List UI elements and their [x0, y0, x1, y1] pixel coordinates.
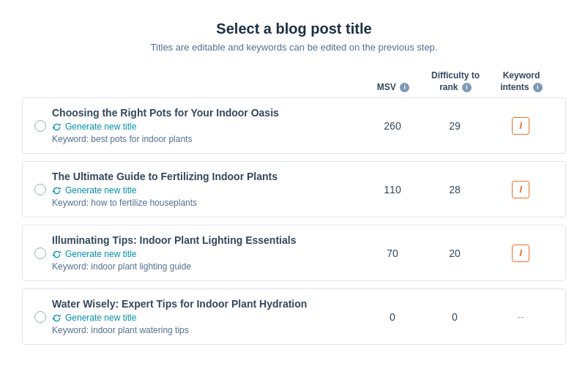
content-col: The Ultimate Guide to Fertilizing Indoor…: [52, 171, 363, 208]
blog-row-row-4: Water Wisely: Expert Tips for Indoor Pla…: [22, 288, 566, 345]
msv-value: 0: [363, 311, 422, 323]
content-col: Illuminating Tips: Indoor Plant Lighting…: [52, 234, 363, 272]
generate-new-title-link[interactable]: Generate new title: [52, 313, 136, 323]
dash-indicator: --: [517, 311, 524, 323]
msv-value: 260: [363, 120, 422, 132]
header-msv: MSV i: [364, 82, 423, 94]
generate-label: Generate new title: [65, 249, 136, 259]
generate-label: Generate new title: [65, 122, 136, 132]
difficulty-value: 0: [422, 311, 488, 323]
blog-row-row-1: Choosing the Right Pots for Your Indoor …: [22, 97, 566, 154]
intent-badge: I: [512, 117, 529, 135]
page-title: Select a blog post title: [22, 20, 566, 37]
difficulty-value: 28: [422, 184, 488, 195]
keyword-intents-value: I: [488, 181, 554, 198]
header-keyword-intents: Keyword intents i: [488, 70, 554, 93]
content-col: Water Wisely: Expert Tips for Indoor Pla…: [52, 298, 363, 335]
rows-container: Choosing the Right Pots for Your Indoor …: [22, 97, 566, 345]
blog-post-title: Illuminating Tips: Indoor Plant Lighting…: [52, 234, 356, 246]
intent-badge: I: [512, 245, 529, 262]
radio-button[interactable]: [34, 120, 46, 132]
refresh-icon: [52, 122, 62, 132]
radio-button[interactable]: [34, 184, 46, 195]
content-col: Choosing the Right Pots for Your Indoor …: [52, 107, 363, 144]
refresh-icon: [52, 186, 62, 195]
keyword-intents-info-icon[interactable]: i: [533, 83, 543, 92]
blog-post-title: The Ultimate Guide to Fertilizing Indoor…: [52, 171, 356, 182]
generate-label: Generate new title: [65, 313, 136, 323]
radio-button[interactable]: [34, 247, 46, 259]
refresh-icon: [52, 250, 62, 259]
radio-col: [34, 184, 52, 195]
generate-new-title-link[interactable]: Generate new title: [52, 249, 136, 259]
keyword-text: Keyword: best pots for indoor plants: [52, 134, 356, 144]
page-subtitle: Titles are editable and keywords can be …: [22, 42, 566, 53]
keyword-intents-value: --: [488, 311, 554, 323]
generate-new-title-link[interactable]: Generate new title: [52, 122, 136, 132]
page-container: Select a blog post title Titles are edit…: [0, 0, 588, 367]
table-header: MSV i Difficulty to rank i Keyword inten…: [22, 70, 566, 97]
generate-label: Generate new title: [65, 185, 136, 195]
header-difficulty: Difficulty to rank i: [423, 70, 488, 93]
generate-new-title-link[interactable]: Generate new title: [52, 185, 136, 195]
difficulty-info-icon[interactable]: i: [462, 83, 472, 92]
msv-value: 70: [363, 247, 422, 259]
keyword-text: Keyword: indoor plant watering tips: [52, 325, 356, 335]
keyword-text: Keyword: indoor plant lighting guide: [52, 261, 356, 272]
radio-col: [34, 311, 52, 323]
intent-badge: I: [512, 181, 529, 198]
blog-row-row-3: Illuminating Tips: Indoor Plant Lighting…: [22, 225, 566, 281]
blog-post-title: Water Wisely: Expert Tips for Indoor Pla…: [52, 298, 356, 310]
difficulty-value: 20: [422, 247, 488, 259]
radio-col: [34, 120, 52, 132]
blog-post-title: Choosing the Right Pots for Your Indoor …: [52, 107, 356, 119]
keyword-text: Keyword: how to fertilize houseplants: [52, 198, 356, 208]
radio-col: [34, 247, 52, 259]
keyword-intents-value: I: [488, 117, 554, 135]
blog-row-row-2: The Ultimate Guide to Fertilizing Indoor…: [22, 161, 566, 217]
radio-button[interactable]: [34, 311, 46, 323]
keyword-intents-value: I: [488, 245, 554, 262]
msv-value: 110: [363, 184, 422, 195]
refresh-icon: [52, 313, 62, 323]
difficulty-value: 29: [422, 120, 488, 132]
msv-info-icon[interactable]: i: [400, 83, 409, 92]
